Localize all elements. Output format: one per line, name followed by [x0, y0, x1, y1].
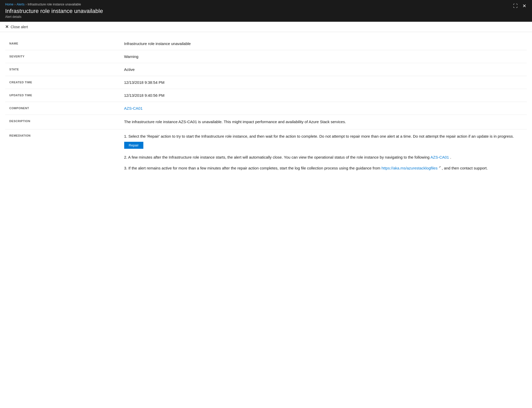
breadcrumb-current: Infrastructure role instance unavailable [28, 3, 81, 6]
component-label: COMPONENT [5, 102, 120, 115]
severity-value: Warning [120, 50, 527, 63]
component-link[interactable]: AZS-CA01 [124, 106, 143, 110]
remediation-step-3: 3. If the alert remains active for more … [124, 165, 524, 171]
remediation-step-2: 2. A few minutes after the Infrastructur… [124, 154, 524, 160]
close-alert-button[interactable]: ✕ Close alert [5, 24, 28, 29]
state-row: STATE Active [5, 63, 527, 76]
breadcrumb-sep-2: › [26, 3, 27, 6]
remediation-step3-part1: 3. If the alert remains active for more … [124, 166, 381, 170]
severity-label: SEVERITY [5, 50, 120, 63]
name-label: NAME [5, 37, 120, 50]
state-value: Active [120, 63, 527, 76]
page-title: Infrastructure role instance unavailable [5, 8, 527, 14]
close-button[interactable]: ✕ [522, 3, 527, 9]
remediation-step1-text: 1. Select the 'Repair' action to try to … [124, 134, 514, 138]
created-time-row: CREATED TIME 12/13/2018 9:38:54 PM [5, 76, 527, 89]
updated-time-value: 12/13/2018 9:40:56 PM [120, 89, 527, 102]
created-time-label: CREATED TIME [5, 76, 120, 89]
component-row: COMPONENT AZS-CA01 [5, 102, 527, 115]
remediation-content: 1. Select the 'Repair' action to try to … [120, 129, 527, 180]
remediation-step3-link[interactable]: https://aka.ms/azurestacklogfiles [381, 166, 438, 170]
content: NAME Infrastructure role instance unavai… [0, 32, 532, 188]
repair-button[interactable]: Repair [124, 142, 143, 149]
header-actions: ⛶ ✕ [513, 3, 527, 9]
updated-time-row: UPDATED TIME 12/13/2018 9:40:56 PM [5, 89, 527, 102]
remediation-step2-part1: 2. A few minutes after the Infrastructur… [124, 155, 430, 159]
breadcrumb-home[interactable]: Home [5, 3, 13, 6]
component-value: AZS-CA01 [120, 102, 527, 115]
remediation-step3-text: 3. If the alert remains active for more … [124, 166, 488, 170]
description-label: DESCRIPTION [5, 115, 120, 129]
created-time-value: 12/13/2018 9:38:54 PM [120, 76, 527, 89]
header: Home › Alerts › Infrastructure role inst… [0, 0, 532, 22]
remediation-step-1: 1. Select the 'Repair' action to try to … [124, 133, 524, 150]
remediation-step2-part2: . [450, 155, 451, 159]
remediation-step2-link[interactable]: AZS-CA01 [431, 155, 449, 159]
toolbar: ✕ Close alert [0, 22, 532, 32]
remediation-row: REMEDIATION 1. Select the 'Repair' actio… [5, 129, 527, 180]
name-value: Infrastructure role instance unavailable [120, 37, 527, 50]
description-row: DESCRIPTION The infrastructure role inst… [5, 115, 527, 129]
remediation-label: REMEDIATION [5, 129, 120, 180]
maximize-button[interactable]: ⛶ [513, 3, 518, 9]
page-subtitle: Alert details [5, 15, 527, 19]
description-value: The infrastructure role instance AZS-CA0… [120, 115, 527, 129]
breadcrumb: Home › Alerts › Infrastructure role inst… [5, 3, 527, 6]
fields-table: NAME Infrastructure role instance unavai… [5, 37, 527, 180]
name-row: NAME Infrastructure role instance unavai… [5, 37, 527, 50]
remediation-step3-part2: , and then contact support. [442, 166, 488, 170]
close-alert-label: Close alert [11, 25, 28, 29]
close-x-icon: ✕ [5, 24, 9, 29]
breadcrumb-alerts[interactable]: Alerts [17, 3, 25, 6]
remediation-step2-text: 2. A few minutes after the Infrastructur… [124, 155, 451, 159]
external-link-icon: ↗ [439, 166, 441, 168]
breadcrumb-sep-1: › [14, 3, 16, 6]
state-label: STATE [5, 63, 120, 76]
updated-time-label: UPDATED TIME [5, 89, 120, 102]
severity-row: SEVERITY Warning [5, 50, 527, 63]
